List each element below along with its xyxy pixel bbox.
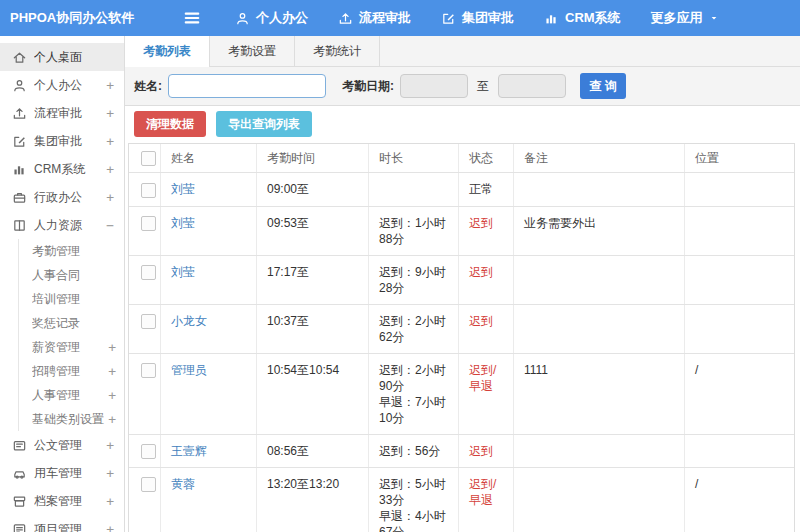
expander-plus-icon: + bbox=[106, 190, 114, 205]
row-checkbox[interactable] bbox=[141, 444, 156, 459]
clean-data-button[interactable]: 清理数据 bbox=[134, 111, 206, 137]
sidebar-subitem-label: 考勤管理 bbox=[32, 243, 116, 260]
table-row: 刘莹09:53至迟到：1小时88分迟到业务需要外出 bbox=[129, 207, 794, 256]
sidebar-subitem-考勤管理[interactable]: 考勤管理 bbox=[19, 239, 124, 263]
project-icon bbox=[12, 522, 27, 532]
row-checkbox[interactable] bbox=[141, 363, 156, 378]
nav-item-流程审批[interactable]: 流程审批 bbox=[323, 0, 426, 36]
table-row: 管理员10:54至10:54迟到：2小时90分早退：7小时10分迟到/早退111… bbox=[129, 354, 794, 435]
tab-考勤列表[interactable]: 考勤列表 bbox=[125, 36, 210, 67]
cell-attendance-time: 13:20至13:20 bbox=[256, 468, 368, 532]
export-list-button[interactable]: 导出查询列表 bbox=[216, 111, 312, 137]
sidebar-item-项目管理[interactable]: 项目管理+ bbox=[0, 515, 124, 532]
tab-bar: 考勤列表考勤设置考勤统计 bbox=[125, 36, 800, 67]
sidebar-subitem-label: 基础类别设置 bbox=[32, 411, 108, 428]
sidebar-item-个人办公[interactable]: 个人办公+ bbox=[0, 71, 124, 99]
cell-note bbox=[513, 305, 684, 353]
doc-icon bbox=[12, 438, 27, 453]
hamburger-menu-icon[interactable] bbox=[182, 8, 202, 28]
sidebar-subitem-招聘管理[interactable]: 招聘管理+ bbox=[19, 359, 124, 383]
search-button[interactable]: 查 询 bbox=[580, 73, 626, 99]
cell-name: 刘莹 bbox=[160, 256, 256, 304]
row-checkbox[interactable] bbox=[141, 183, 156, 198]
expander-minus-icon: − bbox=[106, 218, 114, 233]
sidebar-item-label: 个人桌面 bbox=[34, 49, 114, 66]
cell-duration: 迟到：56分 bbox=[368, 435, 458, 467]
employee-name-link[interactable]: 管理员 bbox=[171, 363, 207, 377]
expander-plus-icon: + bbox=[106, 494, 114, 509]
column-header-考勤时间: 考勤时间 bbox=[256, 144, 368, 172]
sidebar-item-用车管理[interactable]: 用车管理+ bbox=[0, 459, 124, 487]
sidebar-item-档案管理[interactable]: 档案管理+ bbox=[0, 487, 124, 515]
sidebar-item-label: 人力资源 bbox=[34, 217, 106, 234]
sidebar-submenu: 考勤管理人事合同培训管理奖惩记录薪资管理+招聘管理+人事管理+基础类别设置+ bbox=[18, 239, 124, 431]
nav-item-label: 集团审批 bbox=[462, 9, 514, 27]
nav-item-个人办公[interactable]: 个人办公 bbox=[220, 0, 323, 36]
name-input[interactable] bbox=[168, 74, 326, 98]
cell-duration bbox=[368, 173, 458, 205]
cell-location bbox=[684, 305, 794, 353]
sidebar-item-CRM系统[interactable]: CRM系统+ bbox=[0, 155, 124, 183]
table-row: 刘莹09:00至正常 bbox=[129, 173, 794, 206]
column-header-姓名: 姓名 bbox=[160, 144, 256, 172]
content-area: 考勤列表考勤设置考勤统计 姓名: 考勤日期: 至 查 询 清理数据 导出查询列表… bbox=[125, 36, 800, 532]
select-all-checkbox[interactable] bbox=[141, 151, 156, 166]
sidebar-subitem-基础类别设置[interactable]: 基础类别设置+ bbox=[19, 407, 124, 431]
row-checkbox[interactable] bbox=[141, 265, 156, 280]
sidebar-subitem-奖惩记录[interactable]: 奖惩记录 bbox=[19, 311, 124, 335]
expander-plus-icon: + bbox=[106, 78, 114, 93]
car-icon bbox=[12, 466, 27, 481]
sidebar-item-label: 项目管理 bbox=[34, 521, 106, 532]
column-header-时长: 时长 bbox=[368, 144, 458, 172]
cell-note bbox=[513, 468, 684, 532]
nav-item-更多应用[interactable]: 更多应用 bbox=[636, 0, 734, 36]
cell-name: 王壹辉 bbox=[160, 435, 256, 467]
cell-note bbox=[513, 256, 684, 304]
main-navigation: 个人办公流程审批集团审批CRM系统更多应用 bbox=[220, 0, 734, 36]
sidebar-subitem-人事管理[interactable]: 人事管理+ bbox=[19, 383, 124, 407]
table-header-row: 姓名考勤时间时长状态备注位置 bbox=[129, 144, 794, 173]
sidebar-subitem-人事合同[interactable]: 人事合同 bbox=[19, 263, 124, 287]
search-toolbar: 姓名: 考勤日期: 至 查 询 bbox=[125, 67, 800, 106]
row-checkbox[interactable] bbox=[141, 477, 156, 492]
sidebar-item-人力资源[interactable]: 人力资源− bbox=[0, 211, 124, 239]
cell-attendance-time: 09:00至 bbox=[256, 173, 368, 205]
cell-duration: 迟到：1小时88分 bbox=[368, 207, 458, 255]
date-from-input[interactable] bbox=[400, 74, 468, 98]
cell-name: 刘莹 bbox=[160, 207, 256, 255]
sidebar-subitem-培训管理[interactable]: 培训管理 bbox=[19, 287, 124, 311]
cell-attendance-time: 10:37至 bbox=[256, 305, 368, 353]
nav-item-label: 个人办公 bbox=[256, 9, 308, 27]
tab-考勤设置[interactable]: 考勤设置 bbox=[210, 36, 295, 66]
cell-status: 迟到 bbox=[458, 207, 513, 255]
employee-name-link[interactable]: 小龙女 bbox=[171, 314, 207, 328]
sidebar-item-label: 流程审批 bbox=[34, 105, 106, 122]
cell-note bbox=[513, 435, 684, 467]
employee-name-link[interactable]: 刘莹 bbox=[171, 265, 195, 279]
cell-status: 迟到/早退 bbox=[458, 468, 513, 532]
app-logo[interactable]: PHPOA协同办公软件 bbox=[0, 9, 138, 27]
employee-name-link[interactable]: 刘莹 bbox=[171, 182, 195, 196]
table-row: 小龙女10:37至迟到：2小时62分迟到 bbox=[129, 305, 794, 354]
row-checkbox[interactable] bbox=[141, 314, 156, 329]
cell-attendance-time: 10:54至10:54 bbox=[256, 354, 368, 434]
sidebar-item-集团审批[interactable]: 集团审批+ bbox=[0, 127, 124, 155]
cell-status: 迟到/早退 bbox=[458, 354, 513, 434]
expander-plus-icon: + bbox=[106, 134, 114, 149]
edit-icon bbox=[12, 134, 27, 149]
sidebar-item-label: 行政办公 bbox=[34, 189, 106, 206]
tab-考勤统计[interactable]: 考勤统计 bbox=[295, 36, 380, 66]
nav-item-集团审批[interactable]: 集团审批 bbox=[426, 0, 529, 36]
sidebar-item-流程审批[interactable]: 流程审批+ bbox=[0, 99, 124, 127]
expander-plus-icon: + bbox=[106, 106, 114, 121]
sidebar-subitem-薪资管理[interactable]: 薪资管理+ bbox=[19, 335, 124, 359]
sidebar-item-行政办公[interactable]: 行政办公+ bbox=[0, 183, 124, 211]
employee-name-link[interactable]: 黄蓉 bbox=[171, 477, 195, 491]
nav-item-CRM系统[interactable]: CRM系统 bbox=[529, 0, 636, 36]
sidebar-item-公文管理[interactable]: 公文管理+ bbox=[0, 431, 124, 459]
employee-name-link[interactable]: 王壹辉 bbox=[171, 444, 207, 458]
row-checkbox[interactable] bbox=[141, 216, 156, 231]
date-to-input[interactable] bbox=[498, 74, 566, 98]
sidebar-item-个人桌面[interactable]: 个人桌面 bbox=[0, 43, 124, 71]
employee-name-link[interactable]: 刘莹 bbox=[171, 216, 195, 230]
